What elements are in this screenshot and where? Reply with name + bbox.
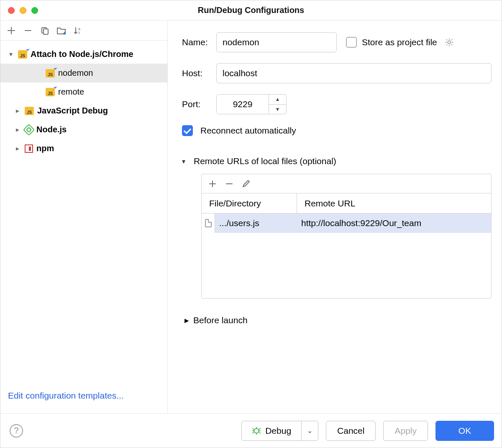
store-checkbox[interactable]: [346, 37, 357, 48]
reconnect-checkbox[interactable]: [182, 125, 193, 136]
debug-dropdown[interactable]: ⌄: [301, 421, 318, 440]
file-icon-cell: [202, 214, 215, 233]
chevron-down-icon: ▾: [182, 157, 190, 165]
tree-node-npm[interactable]: ▸ npm: [0, 139, 167, 158]
cancel-button[interactable]: Cancel: [326, 421, 376, 441]
bug-icon: [252, 426, 261, 435]
chevron-right-icon: ▸: [184, 315, 189, 325]
tree-label: Node.js: [36, 125, 67, 134]
js-icon: JS: [25, 107, 34, 115]
sidebar-toolbar: az: [0, 21, 167, 41]
port-input[interactable]: [217, 95, 269, 114]
folder-add-icon[interactable]: [56, 26, 67, 36]
chevron-down-icon: ⌄: [307, 427, 312, 435]
add-icon[interactable]: [6, 26, 16, 36]
tree-label: npm: [36, 144, 54, 153]
tree-label: Attach to Node.js/Chrome: [31, 49, 133, 59]
svg-rect-1: [44, 29, 48, 34]
col-url[interactable]: Remote URL: [297, 193, 491, 213]
remote-urls-title: Remote URLs of local files (optional): [194, 156, 336, 166]
remote-urls-table: File/Directory Remote URL .../users.js h…: [201, 174, 492, 299]
file-icon: [205, 219, 212, 227]
edit-icon[interactable]: [241, 179, 251, 189]
help-icon[interactable]: ?: [10, 424, 23, 438]
reconnect-row: Reconnect automatically: [182, 125, 496, 136]
remove-icon[interactable]: [224, 179, 234, 189]
port-label: Port:: [182, 99, 216, 109]
nodejs-icon: [23, 124, 35, 135]
chevron-down-icon: ▾: [7, 50, 15, 58]
config-tree[interactable]: ▾ JS Attach to Node.js/Chrome JS nodemon…: [0, 41, 167, 383]
before-launch-label: Before launch: [193, 315, 248, 325]
url-cell: http://localhost:9229/Our_team: [297, 218, 491, 228]
js-attach-icon: JS: [18, 50, 27, 59]
sidebar: az ▾ JS Attach to Node.js/Chrome JS node…: [0, 21, 168, 413]
port-row: Port: ▲ ▼: [182, 94, 496, 114]
store-group: Store as project file: [346, 37, 454, 48]
chevron-right-icon: ▸: [14, 107, 21, 115]
debug-label: Debug: [265, 426, 291, 436]
ok-button[interactable]: OK: [435, 421, 494, 441]
col-file[interactable]: File/Directory: [202, 193, 297, 213]
tree-node-jsdebug[interactable]: ▸ JS JavaScript Debug: [0, 101, 167, 120]
debug-button[interactable]: Debug: [242, 421, 301, 440]
table-head: File/Directory Remote URL: [202, 193, 491, 214]
main-panel: Name: Store as project file Host: Port:: [168, 21, 502, 413]
gear-icon[interactable]: [445, 38, 454, 47]
tree-node-remote[interactable]: JS remote: [0, 82, 167, 101]
name-input[interactable]: [216, 32, 337, 52]
svg-point-4: [254, 428, 259, 433]
host-row: Host:: [182, 63, 496, 83]
step-up-icon[interactable]: ▲: [269, 95, 286, 105]
host-label: Host:: [182, 68, 216, 78]
footer: ? Debug ⌄ Cancel Apply OK: [0, 413, 502, 448]
debug-button-group: Debug ⌄: [241, 421, 318, 441]
js-attach-icon: JS: [46, 88, 55, 96]
window: Run/Debug Configurations az: [0, 0, 502, 448]
add-icon[interactable]: [207, 179, 218, 189]
dialog-body: az ▾ JS Attach to Node.js/Chrome JS node…: [0, 21, 502, 413]
store-label: Store as project file: [362, 37, 437, 47]
tree-node-nodejs[interactable]: ▸ Node.js: [0, 120, 167, 139]
tree-node-attach[interactable]: ▾ JS Attach to Node.js/Chrome: [0, 45, 167, 64]
js-attach-icon: JS: [46, 69, 55, 77]
chevron-right-icon: ▸: [14, 126, 21, 134]
tree-label: nodemon: [58, 68, 93, 78]
remote-urls-section: ▾ Remote URLs of local files (optional): [182, 156, 496, 299]
remote-urls-header[interactable]: ▾ Remote URLs of local files (optional): [182, 156, 496, 166]
svg-text:z: z: [78, 31, 80, 35]
npm-icon: [25, 144, 33, 153]
host-input[interactable]: [216, 63, 492, 83]
window-title: Run/Debug Configurations: [0, 5, 502, 15]
chevron-right-icon: ▸: [14, 144, 21, 152]
sort-icon[interactable]: az: [73, 26, 83, 36]
remove-icon[interactable]: [23, 26, 33, 36]
titlebar: Run/Debug Configurations: [0, 0, 502, 21]
table-toolbar: [202, 174, 491, 193]
apply-button[interactable]: Apply: [383, 421, 428, 441]
table-body: .../users.js http://localhost:9229/Our_t…: [202, 214, 491, 298]
port-stepper: ▲ ▼: [216, 94, 287, 114]
copy-icon[interactable]: [40, 26, 50, 36]
port-steps: ▲ ▼: [269, 95, 286, 114]
step-down-icon[interactable]: ▼: [269, 105, 286, 114]
tree-node-nodemon[interactable]: JS nodemon: [0, 64, 167, 82]
edit-templates-link[interactable]: Edit configuration templates...: [0, 383, 167, 413]
tree-label: remote: [58, 87, 84, 97]
before-launch-header[interactable]: ▸ Before launch: [182, 315, 496, 325]
reconnect-label: Reconnect automatically: [200, 126, 296, 136]
table-row[interactable]: .../users.js http://localhost:9229/Our_t…: [202, 214, 491, 233]
file-cell: .../users.js: [215, 218, 297, 228]
name-label: Name:: [182, 37, 216, 47]
name-row: Name: Store as project file: [182, 32, 496, 52]
tree-label: JavaScript Debug: [37, 106, 108, 116]
